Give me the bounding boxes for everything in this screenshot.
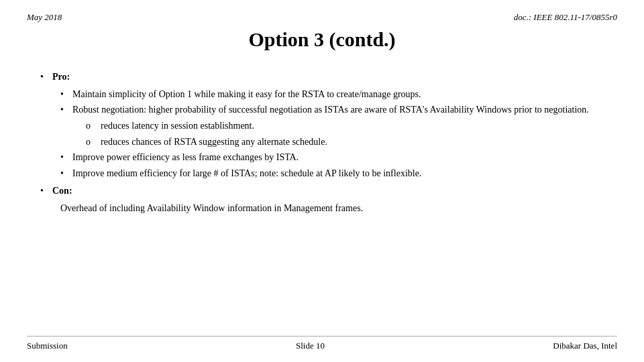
pro-bullet2-2: • Improve medium efficiency for large # … — [60, 166, 617, 181]
slide-header: May 2018 doc.: IEEE 802.11-17/0855r0 — [27, 12, 617, 23]
slide: May 2018 doc.: IEEE 802.11-17/0855r0 Opt… — [0, 0, 644, 362]
pro-bullet2-1-text: Improve power efficiency as less frame e… — [72, 150, 299, 165]
pro-bullet2-1-dot: • — [60, 150, 72, 165]
pro-sub-bullet-1: • Maintain simplicity of Option 1 while … — [60, 87, 617, 102]
con-bullet-dot: • — [40, 184, 52, 198]
pro-bullet2-1: • Improve power efficiency as less frame… — [60, 150, 617, 165]
pro-sub-bullet-1-dot: • — [60, 87, 72, 102]
sub-sub-bullet-2: o reduces chances of RSTA suggesting any… — [86, 135, 617, 149]
footer-center: Slide 10 — [296, 341, 325, 351]
con-bullet: • Con: — [40, 184, 617, 198]
pro-sub-bullet-2-dot: • — [60, 103, 72, 117]
sub-sub-bullet-2-dot: o — [86, 135, 101, 149]
sub-sub-bullet-1: o reduces latency in session establishme… — [86, 119, 617, 133]
pro-bullet-dot: • — [40, 70, 52, 84]
pro-sub-bullet-2: • Robust negotiation: higher probability… — [60, 103, 617, 117]
pro-bullet2-2-text: Improve medium efficiency for large # of… — [72, 166, 421, 181]
con-label: Con: — [52, 184, 72, 198]
pro-sub-bullet-1-text: Maintain simplicity of Option 1 while ma… — [72, 87, 421, 102]
slide-title: Option 3 (contd.) — [27, 28, 617, 51]
sub-sub-bullet-1-text: reduces latency in session establishment… — [101, 119, 254, 133]
footer-right: Dibakar Das, Intel — [553, 341, 617, 351]
footer-left: Submission — [27, 341, 68, 351]
header-date: May 2018 — [27, 12, 62, 23]
slide-content: • Pro: • Maintain simplicity of Option 1… — [27, 70, 617, 215]
sub-sub-bullet-1-dot: o — [86, 119, 101, 133]
header-doc: doc.: IEEE 802.11-17/0855r0 — [514, 12, 617, 23]
pro-bullet2-2-dot: • — [60, 166, 72, 181]
pro-label: Pro: — [52, 70, 70, 84]
pro-bullet: • Pro: — [40, 70, 617, 84]
pro-sub-bullet-2-text: Robust negotiation: higher probability o… — [72, 103, 589, 117]
con-text: Overhead of including Availability Windo… — [60, 201, 617, 216]
slide-footer: Submission Slide 10 Dibakar Das, Intel — [27, 336, 617, 351]
sub-sub-bullet-2-text: reduces chances of RSTA suggesting any a… — [101, 135, 327, 149]
